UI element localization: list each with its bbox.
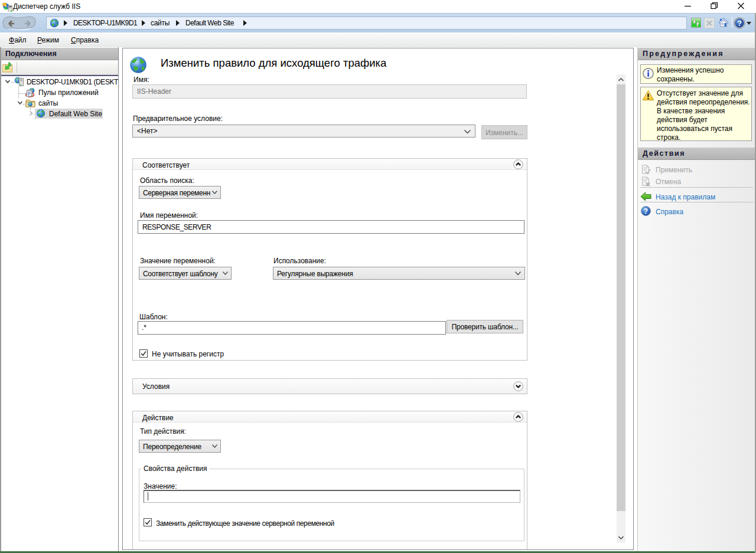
svg-text:?: ? (644, 207, 648, 215)
svg-text:?: ? (737, 19, 742, 28)
